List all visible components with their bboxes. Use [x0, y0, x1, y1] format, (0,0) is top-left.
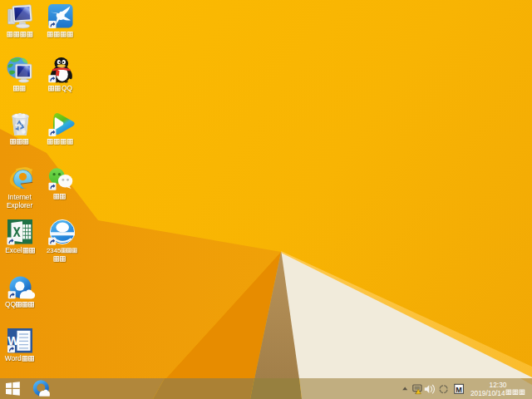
svg-text:QQ: QQ: [62, 84, 73, 92]
svg-text:2019/10/14: 2019/10/14: [470, 389, 505, 397]
svg-text:M: M: [456, 386, 462, 394]
svg-text:Excel: Excel: [5, 246, 22, 254]
svg-text:Explorer: Explorer: [7, 201, 32, 209]
svg-text:2345: 2345: [47, 247, 62, 254]
svg-text:Internet: Internet: [7, 193, 32, 201]
svg-text:QQ: QQ: [5, 300, 17, 308]
svg-text:Word: Word: [5, 354, 22, 362]
svg-text:12:30: 12:30: [490, 381, 507, 389]
